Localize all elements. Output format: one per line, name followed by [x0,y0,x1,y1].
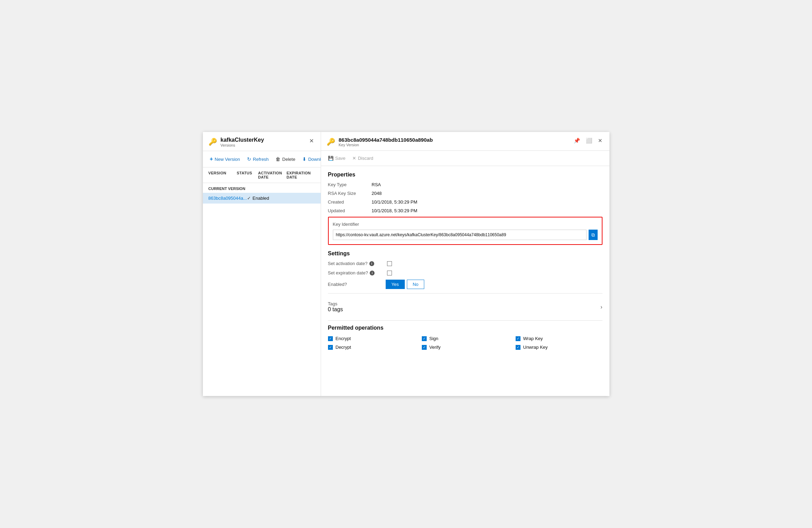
refresh-icon: ↻ [247,156,251,162]
discard-label: Discard [358,156,373,161]
op-sign: Sign [422,336,509,341]
col-activation-date: ACTIVATION DATE [258,171,287,179]
updated-value: 10/1/2018, 5:30:29 PM [372,208,418,213]
rsa-key-size-label: RSA Key Size [328,191,366,196]
tags-label: Tags [328,301,343,306]
right-key-icon: 🔑 [327,138,335,146]
op-unwrap-key: Unwrap Key [516,345,602,350]
sign-checkbox[interactable] [422,336,427,341]
tags-count: 0 tags [328,306,343,313]
sign-label: Sign [429,336,438,341]
key-icon: 🔑 [208,138,217,146]
maximize-button[interactable]: ⬜ [584,137,594,145]
updated-label: Updated [328,208,366,213]
decrypt-label: Decrypt [336,345,351,350]
expiration-date-label: Set expiration date? i [328,270,384,275]
refresh-label: Refresh [253,157,269,162]
current-version-label: CURRENT VERSION [203,183,321,193]
decrypt-checkbox[interactable] [328,345,333,350]
col-expiration-date: EXPIRATION DATE [287,171,315,179]
left-panel-subtitle: Versions [221,143,264,147]
tags-row[interactable]: Tags 0 tags › [328,298,602,316]
tags-chevron-icon: › [600,304,602,310]
unwrap-key-checkbox[interactable] [516,345,520,350]
op-encrypt: Encrypt [328,336,415,341]
expiration-date-checkbox[interactable] [387,271,392,275]
key-identifier-input-row: ⧉ [333,230,598,240]
divider-1 [328,293,602,294]
verify-label: Verify [429,345,441,350]
save-button[interactable]: 💾 Save [325,154,348,163]
right-panel-title: 863bc8a095044a748bdb110650a890ab [339,137,433,143]
checkmark-icon: ✓ [247,196,251,201]
encrypt-checkbox[interactable] [328,336,333,341]
op-wrap-key: Wrap Key [516,336,602,341]
delete-label: Delete [282,157,295,162]
col-version: VERSION [208,171,237,179]
left-panel-title: kafkaClusterKey [221,137,264,143]
row-version-value: 863bc8a095044a... [208,196,247,201]
activation-date-checkbox[interactable] [387,261,392,266]
tags-info: Tags 0 tags [328,301,343,313]
key-identifier-input[interactable] [333,230,587,240]
right-panel-header: 🔑 863bc8a095044a748bdb110650a890ab Key V… [321,132,609,151]
activation-date-info-icon: i [369,261,374,266]
unwrap-key-label: Unwrap Key [523,345,548,350]
new-version-button[interactable]: + New Version [207,154,243,164]
rsa-key-size-value: 2048 [372,191,382,196]
expiration-date-info-icon: i [370,271,375,275]
new-version-label: New Version [215,157,240,162]
wrap-key-label: Wrap Key [523,336,543,341]
right-panel: 🔑 863bc8a095044a748bdb110650a890ab Key V… [321,132,609,396]
right-header-actions: 📌 ⬜ ✕ [572,137,604,145]
right-panel-close-button[interactable]: ✕ [597,137,604,145]
activation-date-label: Set activation date? i [328,261,384,266]
discard-button[interactable]: ✕ Discard [350,154,376,163]
key-type-value: RSA [372,182,381,187]
key-identifier-label: Key Identifier [333,222,598,227]
enabled-toggle-row: Enabled? Yes No [328,280,602,289]
enabled-label: Enabled? [328,282,384,287]
right-panel-subtitle: Key Version [339,143,433,147]
copy-icon: ⧉ [591,232,595,238]
right-title-group: 🔑 863bc8a095044a748bdb110650a890ab Key V… [327,137,433,147]
enabled-yes-button[interactable]: Yes [386,280,405,289]
table-row[interactable]: 863bc8a095044a... ✓ Enabled [203,193,321,204]
expiration-date-row: Set expiration date? i [328,270,602,275]
enabled-no-button[interactable]: No [407,280,425,289]
save-icon: 💾 [328,156,334,161]
created-row: Created 10/1/2018, 5:30:29 PM [328,199,602,205]
download-icon: ⬇ [302,156,306,162]
right-toolbar: 💾 Save ✕ Discard [321,151,609,166]
left-toolbar: + New Version ↻ Refresh 🗑 Delete ⬇ Downl… [203,151,321,167]
properties-title: Properties [328,172,602,178]
activation-date-row: Set activation date? i [328,261,602,266]
key-type-label: Key Type [328,182,366,187]
left-title-group: 🔑 kafkaClusterKey Versions [208,137,264,147]
op-decrypt: Decrypt [328,345,415,350]
op-verify: Verify [422,345,509,350]
copy-button[interactable]: ⧉ [589,230,598,240]
col-status: STATUS [237,171,258,179]
divider-2 [328,320,602,321]
permitted-operations-title: Permitted operations [328,325,602,331]
settings-title: Settings [328,250,602,257]
refresh-button[interactable]: ↻ Refresh [244,154,272,164]
encrypt-label: Encrypt [336,336,351,341]
row-status-value: ✓ Enabled [247,196,269,201]
key-type-row: Key Type RSA [328,182,602,187]
verify-checkbox[interactable] [422,345,427,350]
ops-grid: Encrypt Sign Wrap Key Decrypt Verify [328,336,602,350]
key-identifier-box: Key Identifier ⧉ [328,217,602,245]
plus-icon: + [210,156,213,162]
pin-button[interactable]: 📌 [572,137,582,145]
discard-icon: ✕ [352,156,356,161]
table-header: VERSION STATUS ACTIVATION DATE EXPIRATIO… [203,167,321,183]
updated-row: Updated 10/1/2018, 5:30:29 PM [328,208,602,213]
save-label: Save [335,156,346,161]
wrap-key-checkbox[interactable] [516,336,520,341]
delete-icon: 🗑 [276,156,280,162]
delete-button[interactable]: 🗑 Delete [273,154,298,164]
left-panel-close-button[interactable]: ✕ [308,137,315,145]
left-panel-header: 🔑 kafkaClusterKey Versions ✕ [203,132,321,151]
